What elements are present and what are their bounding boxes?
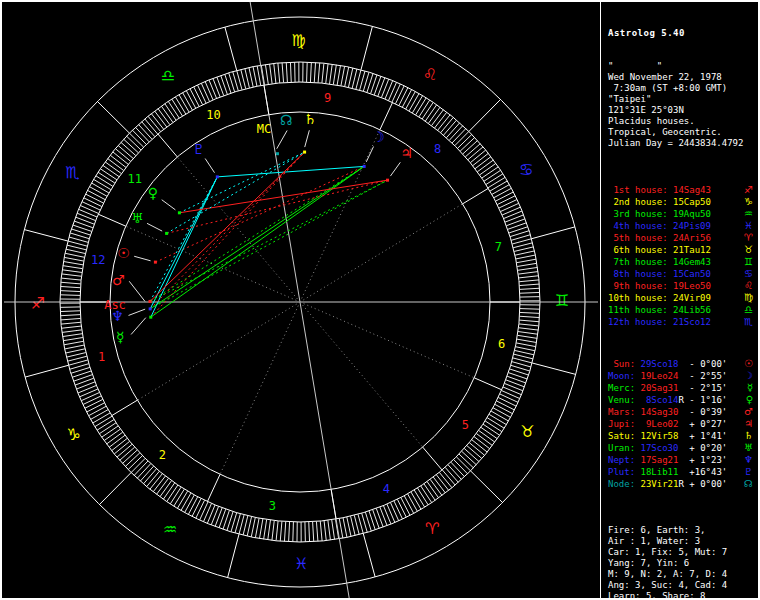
house-row: 5th house: 24Ari56♈ <box>608 232 758 244</box>
chart-info-line: " " <box>608 61 758 72</box>
planet-glyph-icon: ♄ <box>744 430 758 441</box>
sign-glyph-icon: ♉ <box>744 244 758 255</box>
planet-glyph-icon: ♇ <box>193 141 206 157</box>
info-sidebar: Astrolog 5.40 " "Wed November 22, 1978 7… <box>601 2 758 598</box>
house-number: 6 <box>498 337 505 351</box>
zodiac-sign-glyph-icon: ♌ <box>423 65 437 84</box>
planet-row: Mars: 14Sag30 - 0°39'♂ <box>608 406 758 418</box>
chart-wheel-area: ♈♉♊♋♌♍♎♏♐♑♒♓123456789101112☉☽☿♀♂♃♄♅♆♇☊MC… <box>2 2 600 598</box>
house-number: 9 <box>324 91 331 105</box>
planet-glyph-icon: ☊ <box>280 112 292 128</box>
zodiac-sign-glyph-icon: ♉ <box>520 422 534 441</box>
planet-position-list: Sun: 29Sco18 - 0°00'☉Moon: 19Leo24 - 2°5… <box>608 358 758 490</box>
stat-line: Car: 1, Fix: 5, Mut: 7 <box>608 547 758 558</box>
planet-position-dot <box>178 211 181 214</box>
planet-row: Moon: 19Leo24 - 2°55'☽ <box>608 370 758 382</box>
sign-glyph-icon: ♌ <box>744 280 758 291</box>
planet-glyph-icon: ♆ <box>744 454 758 465</box>
chart-info-line: Wed November 22, 1978 <box>608 72 758 83</box>
planet-glyph-icon: ♅ <box>744 442 758 453</box>
house-number: 4 <box>383 482 390 496</box>
planet-position-dot <box>363 165 366 168</box>
planet-row: Sun: 29Sco18 - 0°00'☉ <box>608 358 758 370</box>
planet-glyph-icon: ♃ <box>744 418 758 429</box>
house-row: 10th house: 24Vir09♍ <box>608 292 758 304</box>
planet-row: Jupi: 9Leo02 + 0°27'♃ <box>608 418 758 430</box>
zodiac-sign-glyph-icon: ♋ <box>519 160 533 179</box>
planet-glyph-icon: ☉ <box>117 245 130 261</box>
house-number: 5 <box>462 418 469 432</box>
house-row: 9th house: 19Leo50♌ <box>608 280 758 292</box>
planet-glyph-icon: ♀ <box>148 185 158 201</box>
zodiac-sign-glyph-icon: ♐ <box>31 294 45 313</box>
planet-position-dot <box>154 261 157 264</box>
planet-glyph-icon: ☊ <box>744 478 758 489</box>
planet-position-dot <box>149 307 152 310</box>
house-number: 3 <box>269 499 276 513</box>
natal-chart-wheel: ♈♉♊♋♌♍♎♏♐♑♒♓123456789101112☉☽☿♀♂♃♄♅♆♇☊MC… <box>2 2 600 598</box>
house-number: 10 <box>206 108 220 122</box>
planet-glyph-icon: ☿ <box>747 382 758 393</box>
chart-info-line: 121°31E 25°03N <box>608 105 758 116</box>
sign-glyph-icon: ♋ <box>744 268 758 279</box>
sign-glyph-icon: ♑ <box>744 196 758 207</box>
planet-row: Uran: 17Sco30 + 0°20'♅ <box>608 442 758 454</box>
planet-glyph-icon: ♀ <box>746 394 758 405</box>
house-cusp-list: 1st house: 14Sag43♐ 2nd house: 15Cap50♑ … <box>608 184 758 328</box>
house-row: 6th house: 21Tau12♉ <box>608 244 758 256</box>
chart-info-line: Julian Day = 2443834.4792 <box>608 138 758 149</box>
aspect-lines <box>150 152 387 317</box>
axis-label: Asc <box>104 298 126 312</box>
chart-axes <box>4 2 598 598</box>
planet-row: Satu: 12Vir58 + 1°41'♄ <box>608 430 758 442</box>
planet-glyphs: ☉☽☿♀♂♃♄♅♆♇☊ <box>111 111 413 344</box>
chart-info-line: Tropical, Geocentric. <box>608 127 758 138</box>
chart-info-block: " "Wed November 22, 1978 7:30am (ST +8:0… <box>608 61 758 149</box>
planet-glyph-icon: ♃ <box>400 145 413 161</box>
planet-position-dot <box>165 232 168 235</box>
zodiac-sign-glyph-icon: ♏ <box>65 163 79 182</box>
planet-position-dot <box>303 151 306 154</box>
planet-position-dot <box>276 152 279 155</box>
zodiac-sign-glyph-icon: ♑ <box>67 425 81 444</box>
sign-glyph-icon: ♓ <box>744 220 758 231</box>
app-title: Astrolog 5.40 <box>608 28 758 39</box>
house-row: 3rd house: 19Aqu50♒ <box>608 208 758 220</box>
axis-label: MC <box>257 122 271 136</box>
zodiac-sign-glyph-icon: ♎ <box>161 66 175 85</box>
sign-glyph-icon: ♏ <box>744 316 758 327</box>
planet-row: Merc: 20Sag31 - 2°15'☿ <box>608 382 758 394</box>
house-number: 12 <box>91 253 105 267</box>
planet-glyph-icon: ☽ <box>744 370 758 381</box>
chart-info-line: Placidus houses. <box>608 116 758 127</box>
planet-glyph-icon: ♇ <box>744 466 758 477</box>
stat-line: Ang: 3, Suc: 4, Cad: 4 <box>608 580 758 591</box>
stat-line: Yang: 7, Yin: 6 <box>608 558 758 569</box>
planet-position-dot <box>149 300 152 303</box>
chart-info-line: 7:30am (ST +8:00 GMT) <box>608 83 758 94</box>
sign-glyph-icon: ♊ <box>744 256 758 267</box>
house-row: 11th house: 24Lib56♎ <box>608 304 758 316</box>
stat-line: Learn: 5, Share: 8 <box>608 591 758 600</box>
house-number: 11 <box>128 172 142 186</box>
astrolog-window: ♈♉♊♋♌♍♎♏♐♑♒♓123456789101112☉☽☿♀♂♃♄♅♆♇☊MC… <box>0 0 760 600</box>
chart-info-line: "Taipei" <box>608 94 758 105</box>
planet-glyph-icon: ☉ <box>744 358 758 369</box>
sign-glyph-icon: ♎ <box>744 304 758 315</box>
planet-glyph-icon: ♂ <box>744 406 758 417</box>
house-number: 7 <box>495 240 502 254</box>
sign-glyph-icon: ♒ <box>744 208 758 219</box>
sign-glyph-icon: ♍ <box>744 292 758 303</box>
stat-line: M: 9, N: 2, A: 7, D: 4 <box>608 569 758 580</box>
planet-glyph-icon: ♄ <box>304 111 317 127</box>
zodiac-sign-glyph-icon: ♍ <box>292 31 306 50</box>
planet-position-dot <box>386 179 389 182</box>
planet-row: Plut: 18Lib11 +16°43'♇ <box>608 466 758 478</box>
house-row: 2nd house: 15Cap50♑ <box>608 196 758 208</box>
house-row: 12th house: 21Sco12♏ <box>608 316 758 328</box>
stat-line: Fire: 6, Earth: 3, <box>608 525 758 536</box>
house-number: 2 <box>159 448 166 462</box>
house-number: 1 <box>98 350 105 364</box>
zodiac-sign-glyph-icon: ♒ <box>163 520 177 539</box>
planet-glyph-icon: ☿ <box>116 329 125 345</box>
